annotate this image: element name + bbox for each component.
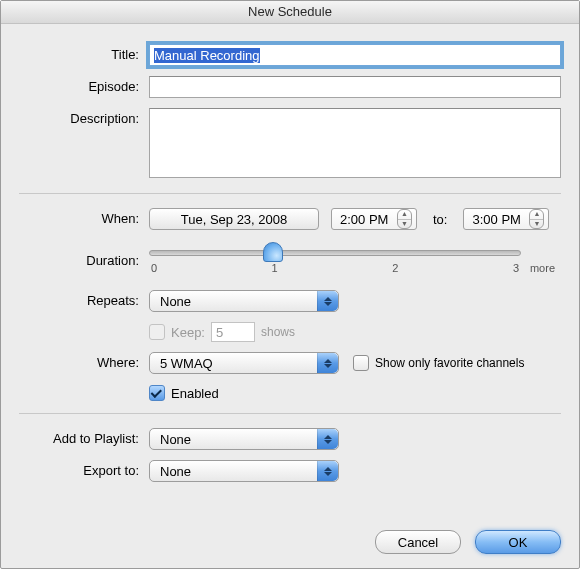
- slider-ticks: 0 1 2 3: [149, 262, 521, 274]
- keep-count-input: [211, 322, 255, 342]
- where-label: Where:: [19, 352, 149, 370]
- cancel-button[interactable]: Cancel: [375, 530, 461, 554]
- keep-label: Keep:: [171, 325, 205, 340]
- end-time-field[interactable]: 3:00 PM ▲ ▼: [463, 208, 549, 230]
- slider-more-label: more: [530, 262, 555, 274]
- to-label: to:: [429, 212, 451, 227]
- title-label: Title:: [19, 44, 149, 62]
- slider-track: [149, 250, 521, 256]
- show-favorites-label: Show only favorite channels: [375, 356, 524, 370]
- repeats-label: Repeats:: [19, 290, 149, 308]
- end-time-stepper[interactable]: ▲ ▼: [529, 209, 544, 229]
- episode-label: Episode:: [19, 76, 149, 94]
- duration-slider[interactable]: 0 1 2 3 more: [149, 240, 521, 280]
- popup-arrows-icon: [317, 429, 338, 449]
- ok-button[interactable]: OK: [475, 530, 561, 554]
- description-label: Description:: [19, 108, 149, 126]
- checkbox-box: [353, 355, 369, 371]
- date-picker[interactable]: Tue, Sep 23, 2008: [149, 208, 319, 230]
- keep-checkbox: Keep:: [149, 324, 205, 340]
- when-label: When:: [19, 208, 149, 226]
- stepper-up-icon[interactable]: ▲: [530, 210, 543, 220]
- date-value: Tue, Sep 23, 2008: [181, 212, 288, 227]
- popup-arrows-icon: [317, 461, 338, 481]
- tick-2: 2: [390, 262, 400, 274]
- playlist-popup[interactable]: None: [149, 428, 339, 450]
- title-input[interactable]: [149, 44, 561, 66]
- dialog-button-bar: Cancel OK: [375, 530, 561, 554]
- export-label: Export to:: [19, 460, 149, 478]
- slider-thumb[interactable]: [263, 242, 283, 262]
- separator-1: [19, 193, 561, 194]
- new-schedule-sheet: New Schedule Title: Episode: Description…: [0, 0, 580, 569]
- checkbox-box-checked: [149, 385, 165, 401]
- playlist-label: Add to Playlist:: [19, 428, 149, 446]
- where-value: 5 WMAQ: [160, 356, 213, 371]
- separator-2: [19, 413, 561, 414]
- description-textarea[interactable]: [149, 108, 561, 178]
- playlist-value: None: [160, 432, 191, 447]
- show-favorites-checkbox[interactable]: Show only favorite channels: [353, 355, 524, 371]
- start-time-stepper[interactable]: ▲ ▼: [397, 209, 412, 229]
- stepper-down-icon[interactable]: ▼: [530, 220, 543, 229]
- enabled-checkbox[interactable]: Enabled: [149, 385, 219, 401]
- tick-3: 3: [511, 262, 521, 274]
- where-popup[interactable]: 5 WMAQ: [149, 352, 339, 374]
- keep-unit: shows: [261, 325, 295, 339]
- tick-0: 0: [149, 262, 159, 274]
- episode-input[interactable]: [149, 76, 561, 98]
- repeats-value: None: [160, 294, 191, 309]
- sheet-content: Title: Episode: Description: When:: [1, 24, 579, 552]
- repeats-popup[interactable]: None: [149, 290, 339, 312]
- enabled-label: Enabled: [171, 386, 219, 401]
- end-time-value: 3:00 PM: [472, 212, 520, 227]
- stepper-down-icon[interactable]: ▼: [398, 220, 411, 229]
- stepper-up-icon[interactable]: ▲: [398, 210, 411, 220]
- export-value: None: [160, 464, 191, 479]
- start-time-value: 2:00 PM: [340, 212, 388, 227]
- popup-arrows-icon: [317, 291, 338, 311]
- tick-1: 1: [270, 262, 280, 274]
- export-popup[interactable]: None: [149, 460, 339, 482]
- start-time-field[interactable]: 2:00 PM ▲ ▼: [331, 208, 417, 230]
- popup-arrows-icon: [317, 353, 338, 373]
- sheet-title: New Schedule: [1, 1, 579, 24]
- duration-label: Duration:: [19, 253, 149, 268]
- checkbox-box: [149, 324, 165, 340]
